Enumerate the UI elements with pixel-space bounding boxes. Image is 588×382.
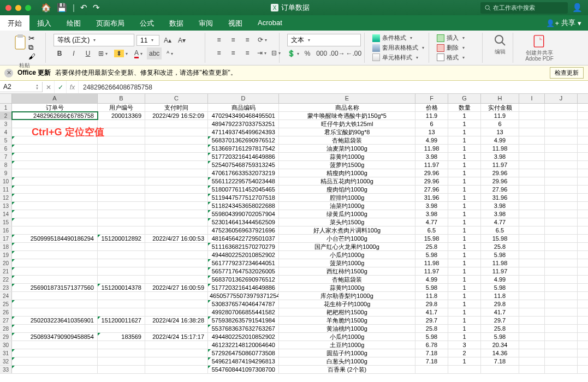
cell[interactable]: 11.8: [481, 292, 519, 300]
zoom-window[interactable]: [25, 5, 31, 11]
cell[interactable]: [98, 210, 145, 218]
cell[interactable]: 15.98: [481, 235, 519, 242]
cell[interactable]: 1: [448, 259, 481, 267]
cell[interactable]: [145, 169, 208, 177]
orientation-icon[interactable]: ⟳: [256, 34, 269, 46]
cell[interactable]: [12, 226, 98, 234]
cell[interactable]: 腔排约1000g: [279, 194, 415, 201]
format-cells-button[interactable]: 格式: [437, 53, 479, 62]
cell[interactable]: [519, 251, 545, 259]
cell[interactable]: 2022/4/24 16:38:28: [145, 317, 208, 324]
cell[interactable]: [519, 267, 545, 275]
border-button[interactable]: ⊞: [96, 47, 110, 59]
cell[interactable]: 4.99: [481, 136, 519, 144]
cell[interactable]: 4.99: [481, 276, 519, 283]
font-name-select[interactable]: 等线 (正文): [54, 34, 134, 46]
cell[interactable]: [145, 259, 208, 267]
cell[interactable]: [545, 202, 578, 210]
cell[interactable]: 2502032236410356901: [12, 317, 98, 324]
cell[interactable]: [12, 341, 98, 349]
cell[interactable]: [12, 349, 98, 357]
row-header[interactable]: 10: [0, 177, 12, 185]
cell[interactable]: 油菜约1000g: [279, 202, 415, 210]
cell[interactable]: 1: [448, 235, 481, 242]
cell[interactable]: [519, 292, 545, 300]
comma-button[interactable]: 000: [316, 47, 328, 59]
cell[interactable]: [145, 177, 208, 185]
cell[interactable]: 库尔勒香梨约1000g: [279, 292, 415, 300]
cell[interactable]: 29.96: [415, 177, 448, 185]
row-header[interactable]: 1: [0, 104, 12, 111]
row-header[interactable]: 3: [0, 120, 12, 128]
cell[interactable]: [145, 251, 208, 259]
cell[interactable]: 1: [448, 276, 481, 283]
cell[interactable]: 花生柿子约1000g: [279, 300, 415, 308]
cell[interactable]: [519, 284, 545, 291]
cell[interactable]: [519, 161, 545, 169]
cell[interactable]: 5136697161297817542: [208, 145, 279, 152]
cell[interactable]: 5598043990702057904: [208, 210, 279, 218]
cell[interactable]: 1: [448, 202, 481, 210]
cell[interactable]: [12, 276, 98, 283]
col-header-H[interactable]: H: [481, 94, 519, 103]
name-box[interactable]: A2 ▲▼: [0, 82, 43, 92]
row-header[interactable]: 4: [0, 128, 12, 136]
cell[interactable]: 4.77: [415, 218, 448, 226]
formula-input[interactable]: 2482962664086785758: [79, 83, 588, 91]
increase-font-icon[interactable]: A▴: [162, 34, 174, 46]
cell[interactable]: [98, 153, 145, 160]
cell[interactable]: 13: [481, 128, 519, 136]
conditional-format-button[interactable]: 条件格式: [372, 34, 425, 43]
col-header-E[interactable]: E: [279, 94, 415, 103]
cell[interactable]: [98, 267, 145, 275]
cell[interactable]: [145, 218, 208, 226]
cell[interactable]: [519, 300, 545, 308]
cell[interactable]: [98, 226, 145, 234]
row-header[interactable]: 7: [0, 153, 12, 160]
cell[interactable]: [98, 300, 145, 308]
ruby-button[interactable]: ᴬ: [164, 47, 176, 59]
cell[interactable]: [145, 202, 208, 210]
cell[interactable]: 6.5: [481, 226, 519, 234]
home-icon[interactable]: 🏠: [41, 3, 51, 13]
cell-header[interactable]: 用户编号: [98, 104, 145, 111]
cell[interactable]: [545, 341, 578, 349]
cell[interactable]: 11.98: [481, 145, 519, 152]
cell[interactable]: [519, 218, 545, 226]
row-header[interactable]: 16: [0, 226, 12, 234]
cell[interactable]: [519, 357, 545, 365]
cell[interactable]: 1: [448, 120, 481, 128]
font-size-select[interactable]: 11: [136, 35, 159, 46]
row-header[interactable]: 28: [0, 325, 12, 332]
col-header-J[interactable]: J: [545, 94, 578, 103]
save-icon[interactable]: 💾: [57, 3, 67, 13]
check-update-button[interactable]: 检查更新: [550, 67, 584, 79]
cell[interactable]: [145, 308, 208, 316]
tab-review[interactable]: 审阅: [191, 15, 221, 31]
italic-button[interactable]: I: [68, 47, 80, 59]
cell[interactable]: 29.8: [481, 300, 519, 308]
cell[interactable]: 绿黄瓜约1000g: [279, 210, 415, 218]
cell[interactable]: [145, 186, 208, 193]
percent-button[interactable]: %: [301, 47, 313, 59]
cell[interactable]: 11.97: [481, 161, 519, 169]
cell[interactable]: 5.98: [481, 333, 519, 341]
cell[interactable]: 5.98: [415, 333, 448, 341]
cell[interactable]: 5308376574046474787: [208, 300, 279, 308]
cell[interactable]: [12, 308, 98, 316]
row-header[interactable]: 25: [0, 300, 12, 308]
row-header[interactable]: 13: [0, 202, 12, 210]
cell[interactable]: [12, 136, 98, 144]
align-center-icon[interactable]: ≡: [227, 47, 239, 59]
cell[interactable]: [98, 259, 145, 267]
cell[interactable]: 精品五花肉约1000g: [279, 177, 415, 185]
cell[interactable]: 5537683637632763267: [208, 325, 279, 332]
cell[interactable]: [519, 308, 545, 316]
cell[interactable]: [545, 218, 578, 226]
cell[interactable]: [545, 276, 578, 283]
row-header[interactable]: 14: [0, 210, 12, 218]
cell[interactable]: [98, 357, 145, 365]
row-header[interactable]: 17: [0, 235, 12, 242]
cell[interactable]: 200013369: [98, 112, 145, 120]
align-middle-icon[interactable]: ≡: [227, 34, 239, 46]
